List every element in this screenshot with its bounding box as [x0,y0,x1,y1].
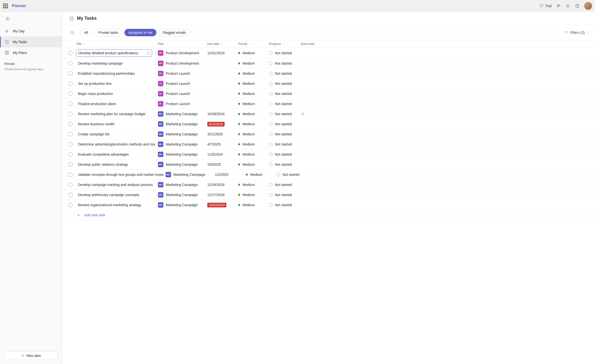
complete-task-button[interactable] [68,81,73,86]
task-progress[interactable]: Not started [269,163,301,166]
complete-task-button[interactable] [68,162,73,167]
new-plan-button[interactable]: New plan [4,351,58,360]
task-priority[interactable]: Medium [238,51,269,55]
task-title[interactable]: Evaluate competitive advantages [76,151,158,158]
task-row[interactable]: Finalize production plansPLProduct Launc… [62,99,595,109]
my-day-icon[interactable] [301,112,305,116]
complete-task-button[interactable] [68,51,73,55]
task-title-cell[interactable]: Determine advertising/promotion methods … [76,141,158,148]
filter-pill-assigned[interactable]: Assigned to me [124,29,157,36]
task-priority[interactable]: Medium [238,102,269,106]
task-priority[interactable]: Medium [238,72,269,75]
filter-pill-private[interactable]: Private tasks [94,29,122,36]
filter-pill-all[interactable]: All [80,29,92,36]
task-title-cell[interactable]: Establish manufacturing partnerships [76,70,158,77]
task-title[interactable]: Create campaign list [76,131,158,138]
complete-task-button[interactable] [68,61,73,66]
task-title[interactable]: Set up production line [76,80,158,87]
task-due-date[interactable]: 1/2/2025 [215,173,246,177]
task-title-cell[interactable]: Develop public relations strategy [76,161,158,168]
task-row[interactable]: Establish manufacturing partnershipsPLPr… [62,69,595,79]
task-row[interactable]: Review business modelMCMarketing Campaig… [62,119,595,129]
task-priority[interactable]: Medium [246,173,277,177]
complete-task-button[interactable] [68,142,73,146]
info-icon[interactable] [146,51,151,55]
task-title[interactable]: Develop public relations strategy [76,161,158,168]
trial-button[interactable]: Trial [539,4,552,8]
task-row[interactable]: Develop campaign tracking and analysis p… [62,180,595,190]
complete-task-button[interactable] [68,182,73,187]
task-title[interactable]: Review marketing plan for campaign budge… [76,110,158,117]
task-plan-cell[interactable]: MCMarketing Campaign [166,172,215,177]
task-title-cell[interactable]: Develop marketing campaign [76,60,158,67]
app-launcher-icon[interactable] [3,3,8,8]
column-header-quick-look[interactable]: Quick look [301,42,320,46]
complete-task-button[interactable] [68,132,73,136]
task-progress[interactable]: Not started [269,193,301,197]
task-row[interactable]: Set up production linePLProduct LaunchMe… [62,79,595,89]
more-options-icon[interactable] [153,51,158,55]
task-progress[interactable]: Not started [269,72,301,75]
task-progress[interactable]: Not started [269,152,301,156]
task-priority[interactable]: Medium [238,203,269,207]
task-due-date[interactable]: 3/21/2025 [207,132,238,136]
settings-icon[interactable] [565,3,570,8]
task-priority[interactable]: Medium [238,152,269,156]
task-title-cell[interactable]: Review marketing plan for campaign budge… [76,110,158,117]
filter-pill-flagged[interactable]: Flagged emails [158,29,190,36]
task-title-cell[interactable]: Set up production line [76,80,158,87]
task-title-cell[interactable]: Create campaign list [76,131,158,138]
complete-task-button[interactable] [68,102,73,106]
task-title[interactable]: Begin mass production [76,90,158,97]
complete-task-button[interactable] [68,172,73,177]
task-row[interactable]: Evaluate competitive advantagesMCMarketi… [62,149,595,160]
task-plan-cell[interactable]: PDProduct Development [158,61,207,66]
column-header-title[interactable]: Title [76,42,158,46]
task-title-cell[interactable]: Begin mass production [76,90,158,97]
task-row[interactable]: Determine advertising/promotion methods … [62,139,595,149]
task-progress[interactable]: Not started [269,203,301,207]
task-plan-cell[interactable]: PLProduct Launch [158,71,207,76]
help-icon[interactable] [575,3,580,8]
task-row[interactable]: Develop marketing campaignPDProduct Deve… [62,58,595,69]
task-row[interactable]: Develop preliminary campaign conceptsMCM… [62,190,595,200]
task-priority[interactable]: Medium [238,142,269,146]
task-priority[interactable]: Medium [238,82,269,86]
task-progress[interactable]: Not started [269,132,301,136]
task-due-date[interactable]: 1/9/2025 [207,163,238,166]
task-due-date[interactable]: 12/17/2024 [207,193,238,197]
filters-button[interactable]: Filters (2) [565,31,589,35]
task-progress[interactable]: Not started [277,173,308,177]
task-plan-cell[interactable]: MCMarketing Campaign [158,162,207,167]
task-plan-cell[interactable]: PLProduct Launch [158,101,207,107]
task-priority[interactable]: Medium [238,61,269,65]
task-due-date[interactable]: 4/7/2025 [207,142,238,146]
task-title[interactable]: Review business model [76,121,158,127]
task-plan-cell[interactable]: MCMarketing Campaign [158,142,207,147]
task-title-cell[interactable]: Evaluate competitive advantages [76,151,158,158]
people-icon[interactable] [556,3,561,8]
add-task-row[interactable]: Add new task [62,210,595,220]
column-header-progress[interactable]: Progress [269,42,301,46]
task-title-cell[interactable]: Finalize production plans [76,100,158,107]
task-progress[interactable]: Not started [269,82,301,86]
task-row[interactable]: Review organizational marketing strategy… [62,200,595,210]
task-progress[interactable]: Not started [269,122,301,126]
task-due-date[interactable]: 10/28/2024 [207,112,238,116]
complete-task-button[interactable] [68,122,73,126]
task-row[interactable]: Validate concepts through test groups an… [62,170,595,180]
task-due-date[interactable]: 9/19/2024 [207,122,238,127]
task-title[interactable]: Develop marketing campaign [76,60,158,67]
task-progress[interactable]: Not started [269,112,301,116]
task-title[interactable]: Review organizational marketing strategy [76,201,158,208]
task-row[interactable]: Create campaign listMCMarketing Campaign… [62,129,595,139]
task-plan-cell[interactable]: PDProduct Development [158,50,207,56]
task-priority[interactable]: Medium [238,183,269,187]
task-progress[interactable]: Not started [269,61,301,65]
task-title[interactable]: Develop detailed product specifications [76,50,146,56]
task-title[interactable]: Determine advertising/promotion methods … [76,141,158,148]
complete-task-button[interactable] [68,91,73,96]
collapse-sidebar-button[interactable] [4,15,12,23]
task-plan-cell[interactable]: MCMarketing Campaign [158,131,207,137]
task-title[interactable]: Validate concepts through test groups an… [76,171,166,178]
